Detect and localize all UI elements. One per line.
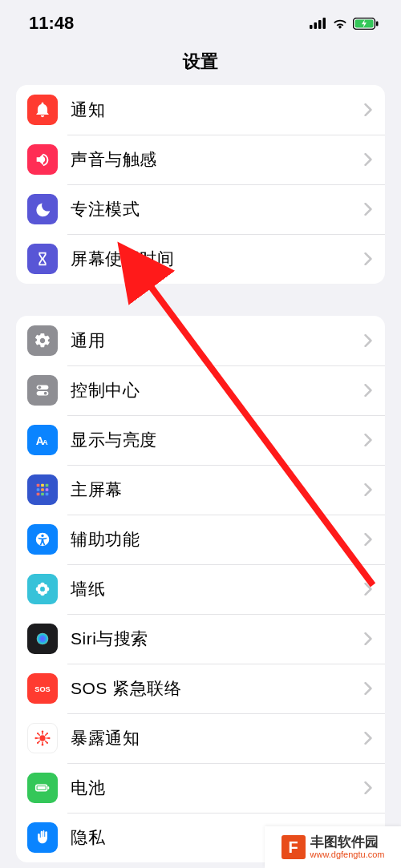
svg-rect-14 — [41, 484, 44, 487]
bell-icon — [27, 95, 58, 125]
row-display[interactable]: AA 显示与亮度 — [16, 415, 385, 465]
svg-rect-19 — [37, 493, 40, 496]
accessibility-icon — [27, 524, 58, 555]
chevron-right-icon — [364, 781, 372, 794]
svg-rect-3 — [323, 18, 326, 29]
chevron-right-icon — [364, 632, 372, 645]
svg-point-35 — [39, 735, 45, 741]
watermark: F 丰图软件园 www.dgfengtu.com — [265, 826, 401, 868]
svg-point-28 — [38, 584, 42, 588]
svg-point-47 — [48, 737, 51, 740]
row-siri[interactable]: Siri与搜索 — [16, 614, 385, 664]
chevron-right-icon — [364, 153, 372, 166]
row-notifications[interactable]: 通知 — [16, 85, 385, 135]
svg-rect-53 — [38, 786, 46, 789]
row-focus[interactable]: 专注模式 — [16, 184, 385, 234]
virus-icon — [27, 723, 58, 753]
row-label: SOS 紧急联络 — [71, 677, 364, 700]
svg-rect-13 — [37, 484, 40, 487]
settings-list: 通知 声音与触感 专注模式 屏幕使用时间 — [0, 85, 401, 862]
settings-group: 通知 声音与触感 专注模式 屏幕使用时间 — [16, 85, 385, 284]
svg-point-48 — [37, 733, 38, 734]
row-label: 显示与亮度 — [71, 429, 364, 451]
row-label: 辅助功能 — [71, 528, 364, 551]
row-label: 主屏幕 — [71, 478, 364, 501]
grid-icon — [27, 474, 58, 505]
row-control-center[interactable]: 控制中心 — [16, 365, 385, 415]
chevron-right-icon — [364, 483, 372, 496]
row-sounds[interactable]: 声音与触感 — [16, 135, 385, 184]
row-wallpaper[interactable]: 墙纸 — [16, 564, 385, 614]
row-label: Siri与搜索 — [71, 628, 364, 650]
chevron-right-icon — [364, 583, 372, 595]
row-label: 通知 — [71, 99, 364, 121]
cellular-icon — [310, 18, 327, 29]
svg-point-10 — [44, 392, 47, 395]
svg-text:SOS: SOS — [34, 685, 50, 693]
status-bar: 11:48 — [0, 0, 401, 42]
row-label: 声音与触感 — [71, 148, 364, 171]
svg-rect-18 — [46, 488, 49, 491]
flower-icon — [27, 574, 58, 604]
chevron-right-icon — [364, 682, 372, 695]
chevron-right-icon — [364, 252, 372, 265]
row-label: 专注模式 — [71, 198, 364, 220]
row-exposure[interactable]: 暴露通知 — [16, 713, 385, 763]
svg-point-29 — [43, 584, 47, 588]
chevron-right-icon — [364, 103, 372, 116]
speaker-icon — [27, 144, 58, 175]
svg-point-32 — [41, 587, 45, 591]
svg-point-8 — [38, 386, 42, 390]
row-battery[interactable]: 电池 — [16, 763, 385, 813]
settings-group: 通用 控制中心 AA 显示与亮度 主屏幕 — [16, 316, 385, 862]
svg-point-44 — [42, 730, 44, 733]
hand-icon — [27, 822, 58, 853]
battery-icon — [27, 773, 58, 803]
svg-point-49 — [47, 742, 48, 744]
watermark-url: www.dgfengtu.com — [310, 850, 385, 859]
svg-point-46 — [34, 737, 37, 740]
status-indicators — [310, 18, 379, 30]
row-accessibility[interactable]: 辅助功能 — [16, 515, 385, 564]
watermark-logo-icon: F — [282, 835, 306, 859]
svg-rect-0 — [310, 25, 313, 29]
row-sos[interactable]: SOS SOS 紧急联络 — [16, 664, 385, 713]
watermark-name: 丰图软件园 — [310, 835, 385, 850]
row-label: 电池 — [71, 777, 364, 799]
siri-icon — [27, 624, 58, 654]
svg-point-31 — [43, 590, 47, 594]
svg-rect-21 — [46, 493, 49, 496]
chevron-right-icon — [364, 384, 372, 397]
svg-rect-1 — [314, 22, 318, 29]
row-label: 墙纸 — [71, 578, 364, 600]
chevron-right-icon — [364, 533, 372, 546]
switches-icon — [27, 375, 58, 406]
row-home-screen[interactable]: 主屏幕 — [16, 465, 385, 515]
svg-rect-16 — [37, 488, 40, 491]
status-time: 11:48 — [29, 13, 74, 34]
svg-rect-20 — [41, 493, 44, 496]
row-general[interactable]: 通用 — [16, 316, 385, 365]
wifi-icon — [332, 18, 348, 29]
chevron-right-icon — [364, 732, 372, 745]
svg-rect-6 — [376, 21, 379, 26]
chevron-right-icon — [364, 203, 372, 216]
svg-point-45 — [42, 744, 44, 746]
svg-rect-17 — [41, 488, 44, 491]
moon-icon — [27, 194, 58, 224]
svg-rect-15 — [46, 484, 49, 487]
battery-charging-icon — [353, 18, 379, 30]
text-size-icon: AA — [27, 425, 58, 455]
sos-icon: SOS — [27, 673, 58, 704]
row-label: 控制中心 — [71, 379, 364, 402]
row-screen-time[interactable]: 屏幕使用时间 — [16, 234, 385, 284]
svg-rect-54 — [47, 786, 49, 789]
chevron-right-icon — [364, 334, 372, 347]
row-label: 暴露通知 — [71, 727, 364, 749]
svg-point-33 — [37, 633, 49, 645]
gear-icon — [27, 325, 58, 356]
hourglass-icon — [27, 244, 58, 274]
page-title: 设置 — [0, 42, 401, 85]
row-label: 屏幕使用时间 — [71, 248, 364, 270]
chevron-right-icon — [364, 434, 372, 446]
